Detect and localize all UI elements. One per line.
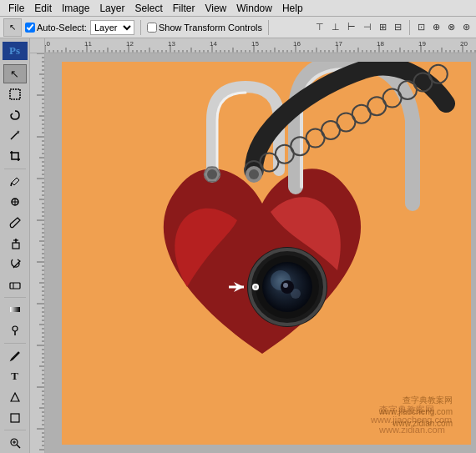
tool-divider2 xyxy=(4,297,26,298)
tool-divider4 xyxy=(4,430,26,430)
menu-edit[interactable]: Edit xyxy=(29,0,57,16)
tool-move[interactable]: ↖ xyxy=(3,64,27,84)
show-transform-label: Show Transform Controls xyxy=(147,23,262,33)
menu-select[interactable]: Select xyxy=(129,0,167,16)
tool-magic-wand[interactable] xyxy=(3,126,27,146)
align-vcenter-icon[interactable]: ⊥ xyxy=(329,21,342,33)
menu-help[interactable]: Help xyxy=(277,0,308,16)
align-hcenter-icon[interactable]: ⊞ xyxy=(377,21,389,33)
dist-top-icon[interactable]: ⊡ xyxy=(415,21,428,33)
tool-dodge[interactable] xyxy=(3,320,27,340)
dist-left-icon[interactable]: ⊛ xyxy=(460,21,473,33)
tool-history-brush[interactable] xyxy=(3,254,27,274)
move-tool-options[interactable]: ↖ xyxy=(3,18,22,37)
dist-vcenter-icon[interactable]: ⊕ xyxy=(430,21,443,33)
menu-view[interactable]: View xyxy=(200,0,231,16)
tool-pen[interactable] xyxy=(3,346,27,366)
svg-line-1 xyxy=(11,133,18,139)
menu-bar: File Edit Image Layer Select Filter View… xyxy=(0,0,476,17)
move-icon: ↖ xyxy=(9,23,16,32)
align-left-icon[interactable]: ⊣ xyxy=(361,21,374,33)
tool-brush[interactable] xyxy=(3,213,27,233)
canvas-area: 查字典教案网 www.jiaocheng.com www.zidian.com xyxy=(45,53,476,453)
tool-shape[interactable] xyxy=(3,408,27,428)
tool-lasso[interactable] xyxy=(3,105,27,125)
svg-rect-12 xyxy=(10,307,20,312)
ruler-corner xyxy=(30,38,45,53)
show-transform-checkbox[interactable] xyxy=(147,23,157,33)
ps-logo: Ps xyxy=(3,42,28,60)
dist-bottom-icon[interactable]: ⊗ xyxy=(445,21,458,33)
svg-rect-15 xyxy=(11,414,19,422)
align-top-icon[interactable]: ⊤ xyxy=(313,21,327,33)
vertical-ruler xyxy=(30,53,45,453)
menu-image[interactable]: Image xyxy=(57,0,94,16)
tool-divider3 xyxy=(4,343,26,344)
separator3 xyxy=(409,20,410,35)
tool-type[interactable]: T xyxy=(3,367,27,387)
align-right-icon[interactable]: ⊟ xyxy=(392,21,404,33)
menu-window[interactable]: Window xyxy=(231,0,277,16)
menu-file[interactable]: File xyxy=(3,0,29,16)
tool-divider1 xyxy=(4,169,26,169)
svg-point-13 xyxy=(13,326,18,331)
auto-select-checkbox[interactable] xyxy=(25,23,35,33)
svg-rect-7 xyxy=(13,243,19,249)
tool-clone-stamp[interactable] xyxy=(3,234,27,254)
tool-path-selection[interactable] xyxy=(3,387,27,407)
tool-eyedropper[interactable] xyxy=(3,172,27,192)
auto-select-label: Auto-Select: xyxy=(25,23,87,33)
svg-rect-10 xyxy=(10,283,20,289)
svg-line-17 xyxy=(17,445,20,448)
tool-crop[interactable] xyxy=(3,146,27,166)
horizontal-ruler xyxy=(45,38,476,53)
tool-rectangular-marquee[interactable] xyxy=(3,84,27,104)
canvas-document[interactable] xyxy=(62,62,459,436)
tool-gradient[interactable] xyxy=(3,300,27,320)
svg-line-3 xyxy=(11,183,12,186)
tool-zoom[interactable] xyxy=(3,433,27,453)
separator2 xyxy=(268,20,269,35)
align-bottom-icon[interactable]: ⊢ xyxy=(345,21,358,33)
separator xyxy=(140,20,141,35)
options-bar: ↖ Auto-Select: Layer Group Show Transfor… xyxy=(0,17,476,38)
menu-layer[interactable]: Layer xyxy=(94,0,129,16)
layer-mode-select[interactable]: Layer Group xyxy=(90,20,134,35)
toolbox: Ps ↖ T xyxy=(0,38,30,453)
menu-filter[interactable]: Filter xyxy=(168,0,200,16)
tool-eraser[interactable] xyxy=(3,274,27,294)
svg-rect-0 xyxy=(10,89,20,99)
align-icons: ⊤ ⊥ ⊢ ⊣ ⊞ ⊟ ⊡ ⊕ ⊗ ⊛ xyxy=(313,20,473,35)
tool-healing-brush[interactable] xyxy=(3,192,27,212)
